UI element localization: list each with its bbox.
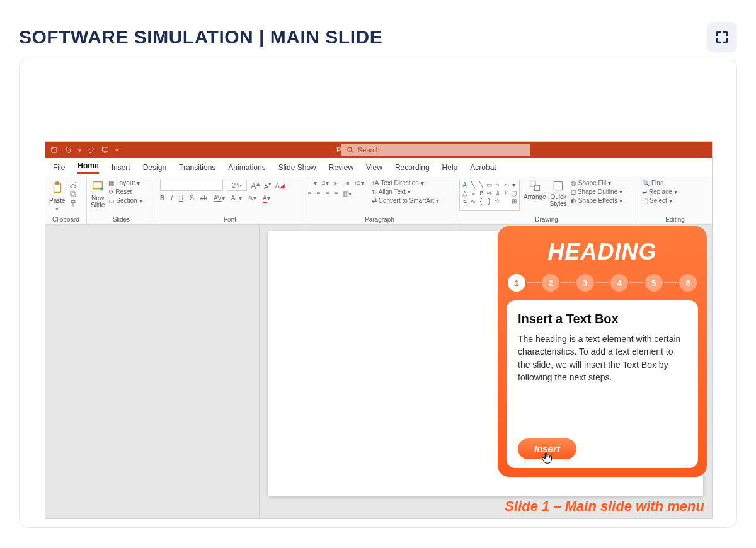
- font-size-select[interactable]: 24▾: [227, 180, 247, 191]
- undo-icon[interactable]: [64, 146, 72, 154]
- ribbon-group-paragraph: ☰▾ ≡▾ ⇤ ⇥ ↕≡▾ ≡ ≡ ≡ ≡ ▥▾: [304, 177, 455, 224]
- numbering-icon[interactable]: ≡▾: [322, 180, 329, 186]
- chevron-down-icon: ▾: [55, 205, 59, 212]
- bullets-icon[interactable]: ☰▾: [308, 180, 317, 186]
- decrease-font-icon[interactable]: A▾: [264, 180, 272, 190]
- menu-transitions[interactable]: Transitions: [179, 163, 215, 172]
- slides-group-label: Slides: [91, 215, 152, 224]
- step-6[interactable]: 6: [679, 274, 697, 292]
- clipboard-icon: [50, 180, 64, 196]
- text-direction-button[interactable]: ↕AText Direction▾: [372, 180, 439, 186]
- ribbon-group-drawing: A╲╲▭○○▾ △↳↱⇨⇩⇧▢ ↯∿{}☆⊞ Arrange Quick Sty…: [455, 177, 638, 224]
- slide-thumbnails-pane[interactable]: [45, 225, 260, 518]
- fill-icon: ◍: [571, 180, 576, 186]
- select-button[interactable]: ⬚Select▾: [642, 197, 677, 204]
- increase-indent-icon[interactable]: ⇥: [344, 180, 349, 186]
- overlay-card: Insert a Text Box The heading is a text …: [507, 300, 698, 468]
- step-2[interactable]: 2: [542, 274, 559, 292]
- align-left-icon[interactable]: ≡: [308, 190, 312, 197]
- replace-button[interactable]: ⇄Replace▾: [642, 188, 677, 195]
- format-painter-icon[interactable]: [69, 200, 77, 207]
- search-box[interactable]: Search: [341, 144, 530, 156]
- shape-outline-button[interactable]: ◻Shape Outline▾: [571, 188, 622, 195]
- outline-icon: ◻: [571, 188, 576, 195]
- align-right-icon[interactable]: ≡: [326, 190, 329, 197]
- step-1[interactable]: 1: [508, 274, 525, 292]
- arrange-button[interactable]: Arrange: [524, 180, 546, 200]
- italic-button[interactable]: I: [171, 195, 173, 202]
- svg-rect-1: [53, 147, 55, 149]
- clear-format-icon[interactable]: A◢: [275, 182, 285, 189]
- simulation-card: ▾ ▾ Presentation1 - PowerPoint Search Fi…: [19, 59, 737, 528]
- menu-file[interactable]: File: [53, 163, 65, 172]
- reset-icon: ↺: [108, 188, 113, 195]
- slide-caption: Slide 1 – Main slide with menu: [505, 498, 704, 515]
- align-text-icon: ⇅: [372, 188, 377, 195]
- case-button[interactable]: Aa▾: [231, 195, 242, 202]
- section-button[interactable]: ▭Section▾: [108, 197, 142, 204]
- find-icon: 🔍: [642, 180, 650, 186]
- decrease-indent-icon[interactable]: ⇤: [334, 180, 339, 186]
- menu-view[interactable]: View: [366, 163, 382, 172]
- paste-button[interactable]: Paste ▾: [49, 180, 66, 212]
- font-family-select[interactable]: [160, 180, 223, 191]
- ribbon: Paste ▾ Clipboard: [45, 177, 712, 225]
- menu-recording[interactable]: Recording: [395, 163, 430, 172]
- font-group-label: Font: [160, 215, 300, 224]
- menu-insert[interactable]: Insert: [112, 163, 130, 172]
- justify-icon[interactable]: ≡: [335, 190, 338, 197]
- layout-button[interactable]: ▦Layout▾: [108, 180, 142, 186]
- align-text-button[interactable]: ⇅Align Text▾: [372, 188, 439, 195]
- insert-button[interactable]: Insert: [518, 438, 576, 459]
- slide-canvas-area: HEADING 1 2 3 4 5 6: [260, 225, 712, 518]
- find-button[interactable]: 🔍Find: [642, 180, 677, 186]
- reset-button[interactable]: ↺Reset: [108, 188, 142, 195]
- slideshow-icon[interactable]: [101, 146, 109, 154]
- ribbon-group-font: 24▾ A▴ A▾ A◢ B I U S ab AV▾ Aa▾: [156, 177, 304, 224]
- copy-icon[interactable]: [69, 190, 77, 198]
- menu-design[interactable]: Design: [143, 163, 166, 172]
- strike-button[interactable]: ab: [200, 195, 207, 202]
- save-icon[interactable]: [50, 146, 58, 154]
- convert-smartart-button[interactable]: ⇄Convert to SmartArt▾: [372, 197, 439, 204]
- qat-more[interactable]: ▾: [115, 147, 118, 154]
- overlay-heading: HEADING: [507, 239, 698, 265]
- step-5[interactable]: 5: [645, 274, 663, 292]
- step-3[interactable]: 3: [576, 274, 594, 292]
- shapes-gallery[interactable]: A╲╲▭○○▾ △↳↱⇨⇩⇧▢ ↯∿{}☆⊞: [459, 180, 520, 211]
- quick-styles-button[interactable]: Quick Styles: [550, 180, 567, 207]
- expand-button[interactable]: [707, 22, 737, 52]
- highlight-button[interactable]: ✎▾: [248, 195, 256, 202]
- align-center-icon[interactable]: ≡: [317, 190, 321, 197]
- step-4[interactable]: 4: [610, 274, 628, 292]
- cut-icon[interactable]: [69, 181, 77, 188]
- new-slide-button[interactable]: New Slide: [91, 180, 105, 208]
- menu-acrobat[interactable]: Acrobat: [470, 163, 496, 172]
- underline-button[interactable]: U: [179, 195, 183, 202]
- layout-icon: ▦: [108, 180, 114, 186]
- ribbon-group-slides: New Slide ▦Layout▾ ↺Reset ▭Section▾ Slid…: [87, 177, 156, 224]
- svg-rect-10: [71, 201, 75, 203]
- quick-styles-icon: [552, 180, 564, 192]
- menu-help[interactable]: Help: [442, 163, 458, 172]
- menu-review[interactable]: Review: [329, 163, 353, 172]
- menu-home[interactable]: Home: [77, 161, 98, 174]
- powerpoint-window: ▾ ▾ Presentation1 - PowerPoint Search Fi…: [45, 141, 713, 519]
- redo-icon[interactable]: [88, 146, 95, 154]
- svg-rect-14: [554, 181, 563, 190]
- spacing-button[interactable]: AV▾: [214, 195, 225, 202]
- menu-slideshow[interactable]: Slide Show: [278, 163, 316, 172]
- replace-icon: ⇄: [642, 188, 647, 195]
- shape-fill-button[interactable]: ◍Shape Fill▾: [571, 180, 622, 186]
- line-spacing-icon[interactable]: ↕≡▾: [354, 180, 364, 186]
- titlebar: ▾ ▾ Presentation1 - PowerPoint Search: [45, 142, 712, 158]
- menu-animations[interactable]: Animations: [228, 163, 265, 172]
- clipboard-group-label: Clipboard: [49, 215, 83, 224]
- columns-icon[interactable]: ▥▾: [343, 190, 352, 197]
- bold-button[interactable]: B: [160, 195, 164, 202]
- shape-effects-button[interactable]: ◐Shape Effects▾: [571, 197, 622, 204]
- shadow-button[interactable]: S: [190, 195, 194, 202]
- font-color-button[interactable]: A▾: [263, 195, 270, 202]
- effects-icon: ◐: [571, 197, 576, 204]
- increase-font-icon[interactable]: A▴: [251, 180, 260, 191]
